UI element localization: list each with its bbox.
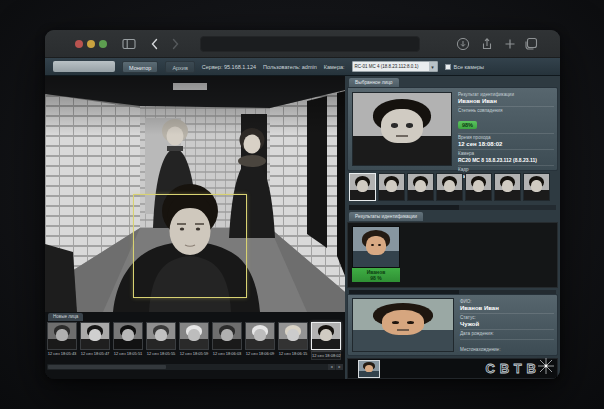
tab-overview-icon[interactable] [523,36,539,52]
detection-time: 12 сен 18:06:15 [278,351,308,356]
face-photo [179,322,209,350]
results-tab[interactable]: Результаты идентификации [349,212,423,221]
camera-select[interactable]: RC-01 MC 4 (18.8.23.112:8.0.1) ▾ [352,61,438,72]
face-detail [406,123,413,127]
detected-face-thumbnail[interactable]: 12 сен 18:06:15 [278,322,308,360]
detected-faces-strip: Новые лица 12 сен 18:05:43 12 сен 18:05:… [45,312,345,379]
all-cameras-checkbox[interactable]: Все камеры [445,64,484,70]
sparkle-icon [537,357,555,375]
chevron-down-icon: ▾ [429,62,437,71]
match-caption: Иванов 98 % [352,268,400,282]
face-frame-thumbnail[interactable] [494,173,521,201]
detection-time: 12 сен 18:05:55 [146,351,176,356]
scroll-left-icon[interactable]: ◂ [328,364,335,370]
browser-titlebar [45,30,560,58]
new-tab-icon[interactable] [502,36,518,52]
share-icon[interactable] [479,36,495,52]
server-status: Сервер: 95.168.1.124 [202,64,256,70]
camera-field-value: RC20 MC 8 18.8.23.112 (8.8.23.11) [458,157,554,163]
face-frame-thumbnail[interactable] [465,173,492,201]
face-frame-thumbnail[interactable] [523,173,550,201]
results-body: Иванов 98 % [347,222,558,288]
pass-time-label: Время прохода [458,135,554,140]
face-photo [278,322,308,350]
face-detail [396,135,408,137]
match-label: Степень совпадения [458,108,554,113]
selected-face-section: Результат идентификации Иванов Иван Степ… [347,87,558,171]
selected-face-photo[interactable] [352,92,452,166]
result-value: Иванов Иван [458,98,554,104]
face-detail [391,123,398,127]
archive-tab[interactable]: Архив [165,61,194,73]
detection-time: 12 сен 18:05:47 [80,351,110,356]
match-percent-badge: 98% [458,121,477,129]
cctv-video-feed[interactable] [45,76,345,312]
minimize-window-button[interactable] [87,40,95,48]
strip-scrollbar[interactable]: ◂ ▸ [47,364,343,370]
profile-section: ФИО: Иванов Иван Статус: Чужой Дата рожд… [347,294,558,356]
live-view-button[interactable] [53,61,115,72]
sidebar-toggle-icon[interactable] [121,36,137,52]
forward-icon[interactable] [167,36,183,52]
face-detection-box [133,194,247,298]
mini-face-thumbnail[interactable] [358,360,380,378]
user-status: Пользователь: admin [263,64,317,70]
profile-fields: ФИО: Иванов Иван Статус: Чужой Дата рожд… [460,298,554,355]
strip-scrollbar-handle[interactable] [48,365,166,369]
identification-panel: Выбранное лицо Результат идентификации И… [345,76,560,379]
camera-select-value: RC-01 MC 4 (18.8.23.112:8.0.1) [353,64,429,69]
new-faces-tab[interactable]: Новые лица [48,313,83,321]
main-content: Новые лица 12 сен 18:05:43 12 сен 18:05:… [45,76,560,379]
face-photo [113,322,143,350]
detected-face-thumbnail[interactable]: 12 сен 18:06:03 [212,322,242,360]
detected-face-thumbnail[interactable]: 12 сен 18:05:59 [179,322,209,360]
address-bar[interactable] [200,36,420,52]
detection-time: 12 сен 18:05:59 [179,351,209,356]
face-frame-thumbnail-selected[interactable] [349,173,376,201]
dob-label: Дата рождения: [460,331,554,336]
face-frames-row [349,173,550,201]
monitor-tab[interactable]: Монитор [122,61,158,73]
close-window-button[interactable] [75,40,83,48]
face-photo [47,322,77,350]
back-icon[interactable] [147,36,163,52]
face-frame-thumbnail[interactable] [407,173,434,201]
frame-label: Кадр [458,167,554,172]
match-card[interactable]: Иванов 98 % [352,226,400,282]
selected-face-tab[interactable]: Выбранное лицо [349,78,399,87]
detection-time: 12 сен 18:08:02 [311,351,341,360]
detected-face-thumbnail[interactable]: 12 сен 18:06:09 [245,322,275,360]
face-frame-thumbnail[interactable] [436,173,463,201]
frames-scrollbar-handle[interactable] [349,205,459,210]
app-toolbar: Монитор Архив Сервер: 95.168.1.124 Польз… [45,58,560,76]
match-percent: 98 % [352,275,400,281]
branding-bar: СВТВ [347,358,558,379]
face-photo [80,322,110,350]
checkbox-icon [445,64,451,70]
zoom-window-button[interactable] [99,40,107,48]
browser-window: Монитор Архив Сервер: 95.168.1.124 Польз… [45,30,560,379]
scroll-right-icon[interactable]: ▸ [336,364,343,370]
face-detail [392,321,399,324]
detected-face-thumbnail[interactable]: 12 сен 18:05:51 [113,322,143,360]
downloads-icon[interactable] [455,36,471,52]
face-photo [245,322,275,350]
detected-face-thumbnail-selected[interactable]: 12 сен 18:08:02 [311,322,341,360]
detected-faces-row: 12 сен 18:05:43 12 сен 18:05:47 12 сен 1… [47,322,341,360]
status-value: Чужой [460,321,554,327]
face-detail [397,329,409,331]
face-detail [371,244,374,246]
face-frame-thumbnail[interactable] [378,173,405,201]
pass-time-value: 12 сен 18:08:02 [458,141,554,147]
face-detail [407,321,414,324]
match-photo [352,226,400,268]
detected-face-thumbnail[interactable]: 12 сен 18:05:47 [80,322,110,360]
profile-photo[interactable] [352,298,454,352]
face-photo [311,322,341,350]
detected-face-thumbnail[interactable]: 12 сен 18:05:55 [146,322,176,360]
detection-time: 12 сен 18:05:51 [113,351,143,356]
frames-scrollbar[interactable] [349,205,556,210]
identification-fields: Результат идентификации Иванов Иван Степ… [458,91,554,181]
all-cameras-label: Все камеры [454,64,484,70]
detected-face-thumbnail[interactable]: 12 сен 18:05:43 [47,322,77,360]
